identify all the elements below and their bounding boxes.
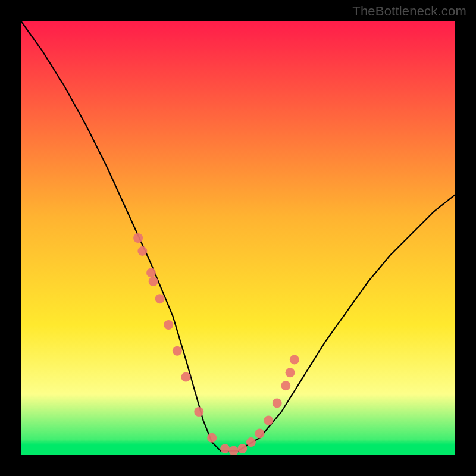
data-marker [164, 320, 173, 330]
data-marker [281, 381, 290, 390]
data-marker [286, 368, 295, 377]
plot-area [21, 21, 455, 455]
data-marker [246, 437, 256, 447]
data-marker [207, 433, 217, 443]
data-marker [155, 294, 165, 303]
bottleneck-curve [21, 21, 455, 451]
chart-svg [21, 21, 455, 455]
data-marker [229, 446, 239, 455]
chart-container: TheBottleneck.com [0, 0, 476, 476]
data-marker [237, 444, 247, 453]
data-marker [181, 372, 190, 382]
data-marker [220, 444, 230, 453]
data-marker [273, 398, 282, 408]
data-marker [149, 277, 158, 286]
watermark-text: TheBottleneck.com [352, 4, 466, 19]
data-marker [290, 355, 299, 364]
data-marker [137, 246, 147, 256]
data-marker [264, 416, 273, 425]
data-marker [146, 268, 156, 277]
data-marker [194, 407, 203, 416]
data-marker [133, 233, 143, 243]
data-marker [255, 429, 265, 439]
data-marker [173, 346, 182, 356]
